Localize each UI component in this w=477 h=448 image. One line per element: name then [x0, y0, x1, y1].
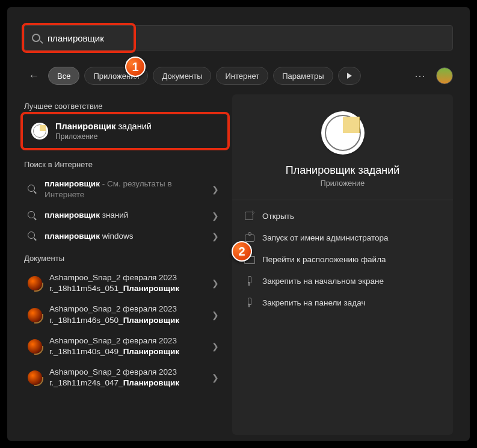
search-icon	[28, 211, 37, 221]
preview-pane: Планировщик заданий Приложение Открыть З…	[232, 94, 453, 435]
document-icon	[28, 276, 42, 290]
user-avatar[interactable]	[436, 67, 453, 84]
annotation-badge-1: 1	[125, 57, 146, 77]
web-result[interactable]: планировщик windows ❯	[24, 226, 223, 247]
overflow-menu[interactable]: ⋯	[410, 69, 431, 82]
best-match-result[interactable]: Планировщик заданий Приложение	[24, 115, 223, 147]
filter-more-play[interactable]	[338, 67, 361, 85]
play-icon	[347, 73, 352, 79]
chevron-right-icon: ❯	[212, 211, 219, 221]
chevron-right-icon: ❯	[212, 232, 219, 241]
pin-icon	[244, 276, 254, 286]
filter-internet[interactable]: Интернет	[216, 67, 268, 85]
back-button[interactable]: ←	[24, 66, 43, 85]
pin-icon	[244, 298, 254, 307]
search-icon	[28, 232, 37, 241]
preview-title: Планировщик заданий	[286, 164, 400, 177]
task-scheduler-icon-large	[321, 111, 365, 155]
web-result[interactable]: планировщик - См. результаты в Интернете…	[24, 174, 223, 205]
document-result[interactable]: Ashampoo_Snap_2 февраля 2023г._18h11m40s…	[24, 331, 223, 362]
action-pin-start[interactable]: Закрепить на начальном экране	[232, 270, 453, 292]
best-match-title: Планировщик заданий	[55, 121, 152, 131]
search-icon	[32, 34, 40, 42]
annotation-badge-2: 2	[232, 241, 252, 262]
chevron-right-icon: ❯	[212, 342, 219, 351]
search-box[interactable]	[24, 25, 453, 51]
document-icon	[28, 308, 42, 322]
filter-documents[interactable]: Документы	[153, 67, 211, 85]
action-open-location[interactable]: Перейти к расположению файла	[232, 248, 453, 270]
filter-settings[interactable]: Параметры	[273, 67, 333, 85]
filter-all[interactable]: Все	[48, 67, 79, 85]
open-icon	[244, 211, 254, 221]
document-result[interactable]: Ashampoo_Snap_2 февраля 2023г._18h11m54s…	[24, 268, 223, 299]
action-run-as-admin[interactable]: Запуск от имени администратора	[232, 227, 453, 248]
document-icon	[28, 339, 42, 354]
document-icon	[28, 370, 42, 385]
action-open[interactable]: Открыть	[232, 205, 453, 227]
preview-subtitle: Приложение	[321, 179, 365, 188]
best-match-subtitle: Приложение	[55, 132, 152, 141]
document-result[interactable]: Ashampoo_Snap_2 февраля 2023г._18h11m24s…	[24, 362, 223, 393]
start-search-window: 1 ← Все Приложения Документы Интернет Па…	[6, 6, 471, 442]
chevron-right-icon: ❯	[212, 185, 219, 194]
document-result[interactable]: Ashampoo_Snap_2 февраля 2023г._18h11m46s…	[24, 299, 223, 330]
chevron-right-icon: ❯	[212, 278, 219, 288]
chevron-right-icon: ❯	[212, 373, 219, 382]
shield-icon	[244, 233, 254, 242]
web-result[interactable]: планировщик знаний ❯	[24, 205, 223, 226]
task-scheduler-icon	[31, 123, 48, 140]
chevron-right-icon: ❯	[212, 310, 219, 320]
section-best-match-label: Лучшее соответствие	[24, 102, 223, 111]
search-input[interactable]	[48, 33, 445, 43]
section-documents-label: Документы	[24, 254, 223, 263]
section-web-label: Поиск в Интернете	[24, 160, 223, 169]
action-pin-taskbar[interactable]: Закрепить на панели задач	[232, 292, 453, 313]
search-icon	[28, 185, 37, 194]
